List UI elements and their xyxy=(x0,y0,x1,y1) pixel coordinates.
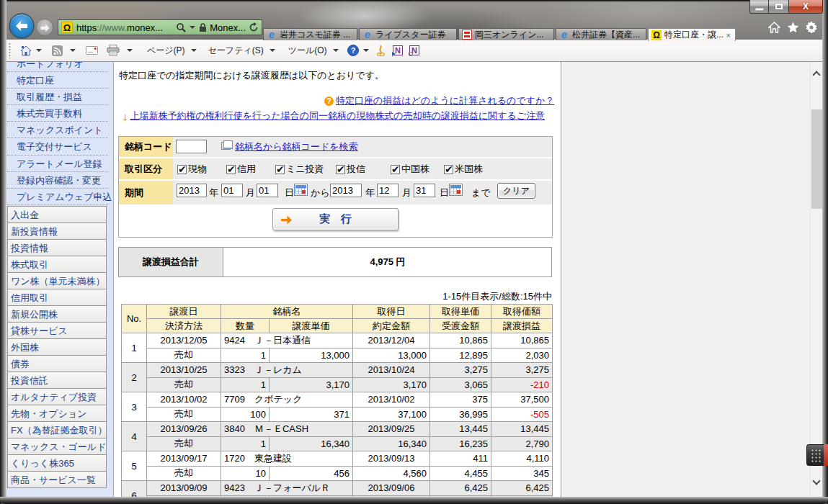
notice-link[interactable]: 上場新株予約権の権利行使を行った場合の同一銘柄の現物株式の売却時の譲渡損益に関す… xyxy=(130,109,546,122)
help-link[interactable]: 特定口座の損益はどのように計算されるのですか？ xyxy=(336,94,554,107)
to-year-input[interactable] xyxy=(330,184,362,197)
sidebar-item-電子交付サービス[interactable]: 電子交付サービス xyxy=(7,138,108,155)
notice-down-arrow-icon: ↓ xyxy=(122,110,128,122)
col-header: 銘柄名 xyxy=(221,305,353,319)
address-bar[interactable]: Ω https://www.monex... Monex... xyxy=(58,19,262,35)
scroll-down-icon[interactable] xyxy=(812,477,820,485)
minimize-button[interactable] xyxy=(749,0,769,14)
addon-onenote-linked-button[interactable]: N xyxy=(408,45,419,56)
total-label: 譲渡損益合計 xyxy=(119,248,223,276)
feeds-button[interactable] xyxy=(52,45,63,56)
capture-tool-handle[interactable] xyxy=(806,444,824,466)
monex-tab-icon: Ω xyxy=(651,30,662,40)
sidebar-item-商品・サービス一覧[interactable]: 商品・サービス一覧 xyxy=(8,472,106,488)
stock-name-search-link[interactable]: 銘柄名から銘柄コードを検索 xyxy=(235,140,358,153)
sidebar-item-株式取引[interactable]: 株式取引 xyxy=(8,256,106,273)
settings-gear-icon[interactable] xyxy=(806,22,817,33)
checkbox-米国株[interactable] xyxy=(444,165,453,174)
url-text[interactable]: https://www.monex... xyxy=(76,22,163,33)
browser-tab-4[interactable]: e松井証券【資産... xyxy=(556,28,646,40)
scrollbar-thumb[interactable] xyxy=(811,109,822,209)
table-cell: 2013/10/25 xyxy=(147,363,221,378)
sidebar-item-新投資情報[interactable]: 新投資情報 xyxy=(8,223,106,240)
table-cell: 売却 xyxy=(147,407,221,422)
clear-button[interactable]: クリア xyxy=(497,183,535,199)
from-year-input[interactable] xyxy=(177,184,207,197)
menu-page[interactable]: ページ(P) xyxy=(146,45,187,57)
sidebar-item-債券[interactable]: 債券 xyxy=(8,356,106,372)
forward-arrow-icon xyxy=(40,24,50,32)
sidebar-item-プレミアムウェブ申込[interactable]: プレミアムウェブ申込 xyxy=(7,189,108,205)
from-day-input[interactable] xyxy=(257,184,278,197)
sidebar-item-株式売買手数料[interactable]: 株式売買手数料 xyxy=(7,105,108,122)
sidebar-item-FX（為替証拠金取引）[interactable]: FX（為替証拠金取引） xyxy=(8,422,106,438)
results-table: No.譲渡日銘柄名取得日取得単価取得価額決済方法数量譲渡単価約定金額受渡金額譲渡… xyxy=(121,304,553,497)
favorites-star-icon[interactable] xyxy=(787,22,799,33)
sidebar-item-先物・オプション[interactable]: 先物・オプション xyxy=(8,405,106,422)
home-icon[interactable] xyxy=(768,22,780,33)
checkbox-ミニ投資[interactable] xyxy=(275,165,285,174)
tab-close-icon[interactable]: × xyxy=(725,31,732,40)
vertical-scrollbar[interactable] xyxy=(810,62,822,497)
addon-java-button[interactable] xyxy=(376,45,386,56)
sidebar-item-ポートフォリオ[interactable]: ポートフォリオ xyxy=(7,62,108,72)
sidebar-item-特定口座[interactable]: 特定口座 xyxy=(7,72,108,89)
to-month-input[interactable] xyxy=(377,184,399,197)
execute-button[interactable]: 実 行 xyxy=(272,208,399,230)
menu-safety[interactable]: セーフティ(S) xyxy=(207,45,265,57)
site-identity[interactable]: Monex... xyxy=(210,22,246,33)
browser-tab-3[interactable]: 岡三オンライン... xyxy=(458,28,554,40)
checkbox-現物[interactable] xyxy=(177,165,187,174)
checkbox-投信[interactable] xyxy=(336,165,345,174)
forward-button[interactable] xyxy=(36,19,53,36)
sidebar-item-外国株[interactable]: 外国株 xyxy=(8,339,106,356)
checkbox-label: ミニ投資 xyxy=(286,163,324,176)
sidebar-item-アラートメール登録[interactable]: アラートメール登録 xyxy=(7,156,108,172)
search-icon[interactable] xyxy=(176,22,186,32)
back-button[interactable] xyxy=(9,14,34,38)
refresh-icon[interactable] xyxy=(249,22,259,32)
print-button[interactable] xyxy=(107,45,120,56)
read-mail-button[interactable] xyxy=(86,46,98,55)
sidebar-item-投資情報[interactable]: 投資情報 xyxy=(8,240,106,256)
to-day-input[interactable] xyxy=(414,184,435,197)
print-dropdown-icon[interactable] xyxy=(127,49,133,52)
help-button[interactable]: ? xyxy=(347,45,359,56)
address-dropdown-icon[interactable] xyxy=(190,26,195,29)
home-dropdown-icon[interactable] xyxy=(36,49,42,52)
sidebar-item-入出金[interactable]: 入出金 xyxy=(8,207,106,223)
help-icon: ? xyxy=(347,45,359,56)
menu-tools[interactable]: ツール(O) xyxy=(287,45,329,57)
table-cell: 1 xyxy=(221,348,270,363)
feeds-dropdown-icon[interactable] xyxy=(70,49,76,52)
to-calendar-icon[interactable] xyxy=(449,184,463,196)
checkbox-中国株[interactable] xyxy=(391,165,400,174)
from-calendar-icon[interactable] xyxy=(294,184,308,196)
command-bar-grip[interactable] xyxy=(9,42,11,58)
browser-tab-1[interactable]: e岩井コスモ証券 ... xyxy=(263,28,357,40)
scroll-up-icon[interactable] xyxy=(812,71,820,78)
from-month-input[interactable] xyxy=(221,184,243,197)
sidebar-item-投資信託[interactable]: 投資信託 xyxy=(8,372,106,389)
sidebar-item-新規公開株[interactable]: 新規公開株 xyxy=(8,306,106,323)
sidebar-item-オルタナティブ投資[interactable]: オルタナティブ投資 xyxy=(8,389,106,405)
home-page-button[interactable] xyxy=(20,45,32,56)
category-ミニ投資: ミニ投資 xyxy=(275,163,324,176)
close-button[interactable]: X xyxy=(788,0,823,14)
sidebar-item-ワン株（単元未満株）[interactable]: ワン株（単元未満株） xyxy=(8,273,106,289)
table-row-4a: 42013/09/263840 Ｍ－ＥCASH2013/09/2513,4451… xyxy=(122,422,553,437)
sidebar-item-取引履歴・損益[interactable]: 取引履歴・損益 xyxy=(7,89,108,105)
browser-tab-2[interactable]: eライブスター証券 xyxy=(359,28,457,40)
sidebar-item-信用取引[interactable]: 信用取引 xyxy=(8,289,106,306)
maximize-button[interactable] xyxy=(769,0,788,14)
category-現物: 現物 xyxy=(177,163,207,176)
sidebar-item-貸株サービス[interactable]: 貸株サービス xyxy=(8,323,106,339)
browser-tab-5[interactable]: Ω特定口座・譲...× xyxy=(648,28,736,41)
checkbox-信用[interactable] xyxy=(226,165,236,174)
sidebar-item-くりっく株365[interactable]: くりっく株365 xyxy=(8,455,106,472)
addon-onenote-send-button[interactable]: N xyxy=(391,45,403,56)
sidebar-item-マネックス・ゴールド[interactable]: マネックス・ゴールド xyxy=(8,438,106,455)
sidebar-item-登録内容確認・変更[interactable]: 登録内容確認・変更 xyxy=(7,172,108,189)
sidebar-item-マネックスポイント[interactable]: マネックスポイント xyxy=(7,122,108,138)
stock-code-input[interactable] xyxy=(176,140,207,153)
